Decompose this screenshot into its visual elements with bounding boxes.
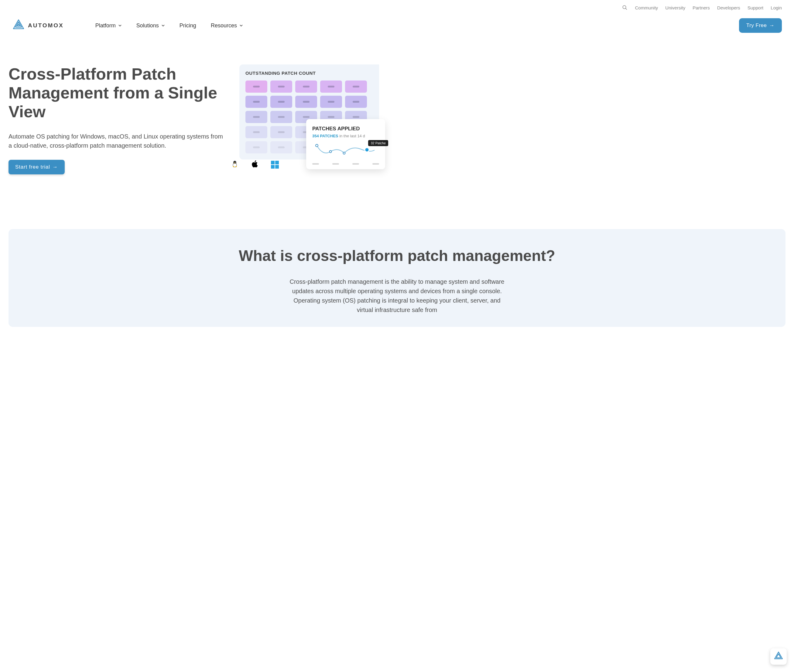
apple-icon xyxy=(251,160,259,169)
hero-content: Cross-Platform Patch Management from a S… xyxy=(8,64,227,174)
search-icon[interactable] xyxy=(622,5,628,10)
chevron-down-icon xyxy=(118,22,122,29)
patches-applied-card: PATCHES APPLIED 354 PATCHES in the last … xyxy=(306,119,385,169)
svg-point-5 xyxy=(365,148,369,152)
svg-line-1 xyxy=(626,8,627,10)
nav-label: Platform xyxy=(95,22,116,29)
patches-count: 354 PATCHES xyxy=(312,134,339,138)
chart-tooltip: 32 Patche xyxy=(368,140,388,146)
section-body: Cross-platform patch management is the a… xyxy=(284,277,510,315)
top-link-developers[interactable]: Developers xyxy=(717,5,740,10)
sparkline-chart: 32 Patche xyxy=(312,142,379,164)
button-label: Start free trial xyxy=(15,164,50,170)
svg-point-4 xyxy=(343,152,345,154)
nav-resources[interactable]: Resources xyxy=(211,22,243,29)
nav-label: Solutions xyxy=(136,22,159,29)
patches-window: in the last 14 d xyxy=(339,134,365,138)
nav-solutions[interactable]: Solutions xyxy=(136,22,165,29)
top-link-support[interactable]: Support xyxy=(748,5,764,10)
nav-label: Pricing xyxy=(179,22,196,29)
card-title: PATCHES APPLIED xyxy=(312,126,379,132)
logo[interactable]: AUTOMOX xyxy=(12,19,64,32)
top-link-university[interactable]: University xyxy=(665,5,685,10)
patches-meta: 354 PATCHES in the last 14 d xyxy=(312,134,379,138)
windows-icon xyxy=(271,161,279,169)
section-heading: What is cross-platform patch management? xyxy=(33,247,761,265)
svg-point-3 xyxy=(329,151,332,153)
chart-x-ticks xyxy=(312,163,379,165)
svg-point-0 xyxy=(623,5,626,9)
chevron-down-icon xyxy=(161,22,165,29)
arrow-right-icon: → xyxy=(53,164,58,170)
os-icons-row xyxy=(231,160,279,169)
top-link-community[interactable]: Community xyxy=(635,5,658,10)
nav-pricing[interactable]: Pricing xyxy=(179,22,196,29)
hero-illustration: OUTSTANDING PATCH COUNT PATCHES APPLIED … xyxy=(240,64,367,160)
top-link-login[interactable]: Login xyxy=(771,5,782,10)
utility-nav: Community University Partners Developers… xyxy=(0,0,794,13)
svg-point-10 xyxy=(235,162,235,163)
hero-title: Cross-Platform Patch Management from a S… xyxy=(8,64,227,121)
button-label: Try Free xyxy=(746,22,767,29)
logo-text: AUTOMOX xyxy=(28,22,64,29)
arrow-right-icon: → xyxy=(769,22,775,29)
primary-nav: AUTOMOX Platform Solutions Pricing Resou… xyxy=(0,13,794,40)
nav-label: Resources xyxy=(211,22,237,29)
start-free-trial-button[interactable]: Start free trial → xyxy=(8,160,65,174)
hero-section: Cross-Platform Patch Management from a S… xyxy=(0,40,794,187)
top-link-partners[interactable]: Partners xyxy=(693,5,710,10)
try-free-button[interactable]: Try Free → xyxy=(739,18,782,33)
nav-platform[interactable]: Platform xyxy=(95,22,122,29)
card-title: OUTSTANDING PATCH COUNT xyxy=(245,70,379,76)
logo-icon xyxy=(12,19,25,32)
what-is-section: What is cross-platform patch management?… xyxy=(8,229,786,327)
hero-subtitle: Automate OS patching for Windows, macOS,… xyxy=(8,132,227,150)
nav-links: Platform Solutions Pricing Resources xyxy=(95,22,243,29)
chevron-down-icon xyxy=(240,22,243,29)
svg-point-2 xyxy=(316,144,318,147)
linux-icon xyxy=(231,160,239,169)
svg-point-9 xyxy=(234,162,235,163)
